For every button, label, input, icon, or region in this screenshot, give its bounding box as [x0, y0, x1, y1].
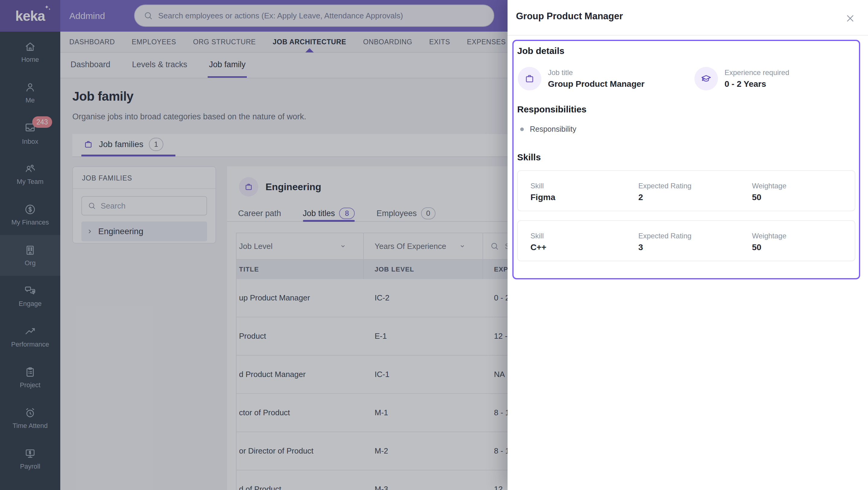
- app-screenshot: keka Addmind Home Me: [0, 0, 868, 490]
- weightage-label: Weightage: [752, 182, 786, 190]
- responsibility-text: Responsibility: [530, 125, 576, 133]
- graduation-cap-icon: [700, 73, 712, 85]
- rating-value: 2: [638, 192, 691, 202]
- graduation-cap-icon-circle: [694, 67, 718, 90]
- rating-label: Expected Rating: [638, 232, 691, 240]
- responsibilities-heading: Responsibilities: [517, 104, 855, 115]
- close-icon: [844, 12, 856, 24]
- job-title-field: Job title Group Product Manager: [518, 67, 694, 90]
- responsibility-item: Responsibility: [517, 125, 855, 133]
- experience-value: 0 - 2 Years: [724, 79, 789, 89]
- bullet-icon: [520, 127, 524, 131]
- weightage-value: 50: [752, 243, 786, 252]
- weightage-value: 50: [752, 192, 786, 202]
- job-title-value: Group Product Manager: [548, 79, 644, 89]
- skill-label: Skill: [530, 182, 555, 190]
- job-details-heading: Job details: [517, 46, 855, 56]
- drawer-title: Group Product Manager: [516, 11, 623, 22]
- skill-card: Skill C++ Expected Rating 3 Weightage 50: [517, 220, 855, 261]
- experience-label: Experience required: [724, 68, 789, 77]
- skills-heading: Skills: [517, 152, 855, 162]
- job-detail-highlight: Job details Job title Group Product Mana…: [513, 40, 860, 279]
- close-button[interactable]: [843, 11, 857, 25]
- job-title-label: Job title: [548, 68, 644, 77]
- skill-value: Figma: [530, 192, 555, 202]
- rating-label: Expected Rating: [638, 182, 691, 190]
- skill-value: C++: [530, 243, 547, 252]
- drawer-header: Group Product Manager: [507, 0, 868, 36]
- skill-card: Skill Figma Expected Rating 2 Weightage …: [517, 170, 855, 211]
- skill-label: Skill: [530, 232, 547, 240]
- weightage-label: Weightage: [752, 232, 786, 240]
- briefcase-icon: [524, 73, 535, 84]
- experience-field: Experience required 0 - 2 Years: [694, 67, 789, 90]
- briefcase-icon-circle: [518, 67, 541, 90]
- job-detail-drawer: Group Product Manager Job details Job ti…: [507, 0, 868, 490]
- rating-value: 3: [638, 243, 691, 252]
